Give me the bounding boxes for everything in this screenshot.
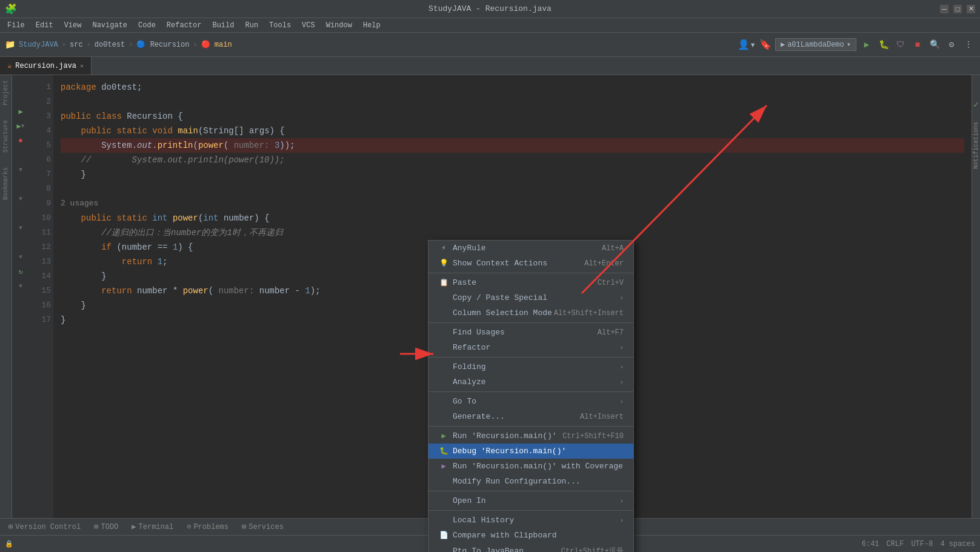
stop-button[interactable]: ■	[911, 38, 924, 52]
status-encoding[interactable]: UTF-8	[911, 540, 933, 548]
bookmarks-panel-icon[interactable]: Bookmarks	[2, 167, 9, 200]
breadcrumb-method: 🔴 main	[201, 40, 232, 49]
ctx-run-coverage[interactable]: ▶ Run 'Recursion.main()' with Coverage	[428, 459, 633, 474]
ctx-column-selection[interactable]: Column Selection Mode Alt+Shift+Insert	[428, 305, 633, 321]
project-name[interactable]: StudyJAVA	[19, 41, 58, 49]
fold-11[interactable]: ▼	[19, 225, 22, 231]
status-time[interactable]: 6:41	[862, 540, 879, 548]
minimize-button[interactable]: ─	[940, 5, 948, 13]
run-arrow-3[interactable]: ▶	[18, 107, 22, 116]
breadcrumb-src: src	[70, 41, 83, 49]
menu-build[interactable]: Build	[207, 20, 239, 31]
menu-window[interactable]: Window	[321, 20, 357, 31]
line-gutter: ▶ ▶ ▼ ● ▼ ▼	[12, 75, 29, 518]
tab-close-button[interactable]: ✕	[80, 62, 84, 70]
tab-recursion[interactable]: ☕ Recursion.java ✕	[0, 57, 92, 75]
gutter-9: ▼	[12, 191, 29, 206]
coverage-button[interactable]: 🛡	[894, 38, 907, 52]
menu-view[interactable]: View	[59, 20, 87, 31]
fold-15[interactable]: ▼	[19, 283, 22, 290]
run-config-name: a01LambdaDemo	[787, 41, 844, 49]
ctx-find-usages-shortcut: Alt+F7	[598, 328, 624, 337]
menu-file[interactable]: File	[2, 20, 30, 31]
account-icon[interactable]: 👤▾	[738, 39, 756, 51]
code-line-8	[61, 182, 964, 196]
toolbar-right: 👤▾ 🔖 ▶ a01LambdaDemo ▾ ▶ 🐛 🛡 ■ 🔍 ⚙ ⋮	[738, 38, 975, 52]
separator-6	[428, 491, 633, 491]
run-ctx-icon: ▶	[438, 431, 449, 441]
ctx-folding[interactable]: Folding ›	[428, 359, 633, 374]
ctx-local-history[interactable]: Local History ›	[428, 513, 633, 528]
ctx-open-in[interactable]: Open In ›	[428, 493, 633, 508]
fold-13[interactable]: ▼	[19, 254, 22, 261]
tab-todo[interactable]: ⊞ TODO	[88, 521, 124, 533]
ctx-run[interactable]: ▶ Run 'Recursion.main()' Ctrl+Shift+F10	[428, 428, 633, 444]
ctx-debug[interactable]: 🐛 Debug 'Recursion.main()'	[428, 444, 633, 459]
ctx-copy-paste-special[interactable]: Copy / Paste Special ›	[428, 290, 633, 305]
run-config-chevron-icon: ▾	[847, 40, 851, 49]
menu-navigate[interactable]: Navigate	[87, 20, 132, 31]
ctx-goto[interactable]: Go To ›	[428, 394, 633, 409]
run-button[interactable]: ▶	[860, 38, 873, 52]
status-line-ending[interactable]: CRLF	[887, 540, 904, 548]
refactor-arrow-icon: ›	[619, 344, 624, 351]
bookmark-icon[interactable]: 🔖	[759, 39, 772, 51]
fold-9[interactable]: ▼	[19, 196, 22, 202]
ctx-paste[interactable]: 📋 Paste Ctrl+V	[428, 275, 633, 290]
fold-4[interactable]: ▼	[21, 123, 25, 130]
ctx-refactor[interactable]: Refactor ›	[428, 340, 633, 355]
menu-edit[interactable]: Edit	[31, 20, 58, 31]
ctx-generate[interactable]: Generate... Alt+Insert	[428, 409, 633, 424]
goto-arrow-icon: ›	[619, 398, 624, 405]
ctx-compare-clipboard[interactable]: 📄 Compare with Clipboard	[428, 528, 633, 543]
reload-14[interactable]: ↻	[18, 267, 22, 276]
version-control-label: Version Control	[15, 523, 81, 531]
run-arrow-4[interactable]: ▶	[16, 122, 21, 131]
menu-code[interactable]: Code	[133, 20, 161, 31]
status-bar-left: 🔒	[5, 540, 13, 548]
menu-refactor[interactable]: Refactor	[162, 20, 207, 31]
menu-vcs[interactable]: VCS	[297, 20, 320, 31]
ctx-anyrule[interactable]: ⚡ AnyRule Alt+A	[428, 241, 633, 256]
debug-button[interactable]: 🐛	[877, 38, 890, 52]
ctx-folding-label: Folding	[453, 362, 619, 371]
maximize-button[interactable]: □	[953, 5, 962, 13]
menu-help[interactable]: Help	[358, 20, 385, 31]
menu-run[interactable]: Run	[240, 20, 263, 31]
search-icon[interactable]: 🔍	[928, 38, 941, 52]
tab-terminal[interactable]: ▶ Terminal	[125, 521, 179, 533]
gutter-4: ▶ ▼	[12, 119, 29, 133]
tab-version-control[interactable]: ⊞ Version Control	[2, 521, 87, 533]
separator-5	[428, 426, 633, 427]
ctx-paste-shortcut: Ctrl+V	[598, 279, 624, 287]
fold-7[interactable]: ▼	[19, 167, 22, 173]
ctx-modify-run[interactable]: Modify Run Configuration...	[428, 474, 633, 489]
gutter-3: ▶	[12, 104, 29, 119]
tab-problems[interactable]: ⊙ Problems	[181, 521, 235, 533]
problems-icon: ⊙	[187, 522, 191, 531]
ctx-analyze[interactable]: Analyze ›	[428, 374, 633, 390]
tab-services[interactable]: ⊞ Services	[236, 521, 290, 533]
project-panel-icon[interactable]: Project	[2, 80, 9, 105]
more-options-icon[interactable]: ⋮	[962, 38, 975, 52]
notifications-label[interactable]: Notifications	[973, 122, 979, 169]
ctx-modify-run-label: Modify Run Configuration...	[453, 477, 624, 486]
gutter-11: ▼	[12, 221, 29, 235]
settings-icon[interactable]: ⚙	[945, 38, 958, 52]
structure-panel-icon[interactable]: Structure	[2, 120, 9, 153]
ctx-goto-label: Go To	[453, 397, 619, 406]
breakpoint-5[interactable]: ●	[18, 136, 23, 145]
ctx-ptg-javabean[interactable]: Ptg To JavaBean Ctrl+Shift+逗号	[428, 543, 633, 552]
status-indentation[interactable]: 4 spaces	[940, 540, 975, 548]
title-bar-left: 🧩	[5, 3, 17, 15]
ctx-show-context-actions[interactable]: 💡 Show Context Actions Alt+Enter	[428, 256, 633, 271]
usages-hint: 2 usages	[61, 196, 964, 211]
ctx-column-selection-label: Column Selection Mode	[453, 308, 554, 318]
ctx-copy-paste-label: Copy / Paste Special	[453, 293, 619, 302]
ctx-column-selection-shortcut: Alt+Shift+Insert	[554, 309, 624, 318]
context-actions-icon: 💡	[438, 259, 449, 268]
ctx-find-usages[interactable]: Find Usages Alt+F7	[428, 325, 633, 340]
close-button[interactable]: ✕	[967, 5, 975, 13]
menu-tools[interactable]: Tools	[264, 20, 296, 31]
run-configuration-selector[interactable]: ▶ a01LambdaDemo ▾	[775, 38, 856, 51]
